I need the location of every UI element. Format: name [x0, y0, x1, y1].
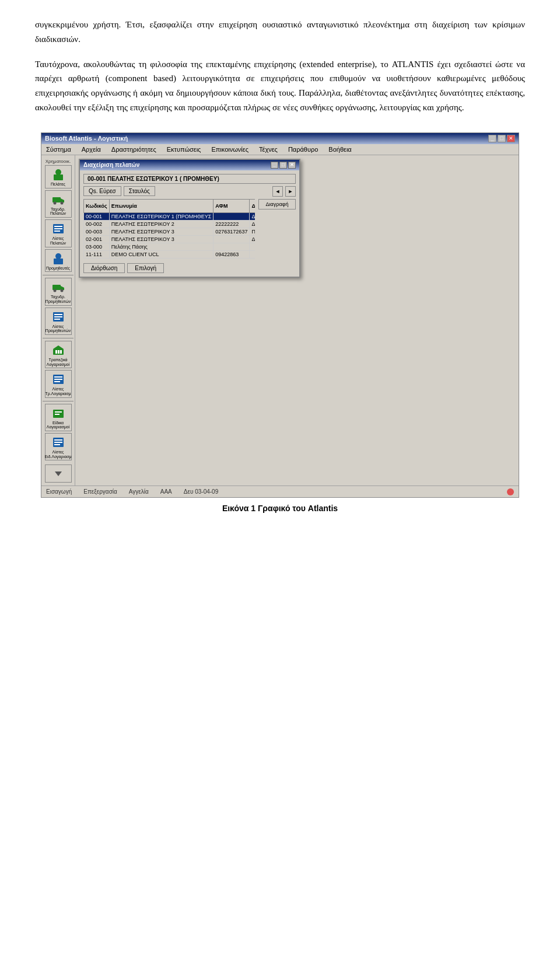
list3-icon [51, 372, 66, 386]
sidebar-item-listes-tr-logariasmon[interactable]: Λίστες Τρ.Λογαριασμ [45, 370, 72, 397]
sidebar-item-trapezika[interactable]: Τραπεζικά Λογαριασμοί [45, 341, 72, 368]
app-statusbar: Εισαγωγή Επεξεργασία Αγγελία ΑΑΑ Δευ 03-… [41, 485, 519, 497]
menu-help[interactable]: Βοήθεια [326, 145, 354, 153]
sidebar-item-promitheftes[interactable]: Προμηθευτές [45, 249, 72, 273]
sidebar-item-pelates[interactable]: Πελάτες [45, 165, 72, 188]
sidebar-item-eidika[interactable]: Είδικα Λογαριασμοί [45, 404, 72, 431]
app-titlebar: Biosoft Atlantis - Λογιστική _ □ ✕ [41, 133, 519, 144]
cell-afm [214, 212, 250, 220]
special-icon [51, 406, 66, 420]
truck2-icon [51, 280, 66, 294]
sidebar-label-listes-pelaton: Λίστες Πελατών [47, 236, 70, 245]
svg-rect-31 [55, 414, 60, 415]
cell-code: 00-002 [84, 220, 110, 228]
svg-point-5 [60, 201, 63, 204]
dialog-content: 00-001 ΠΕΛΑΤΗΣ ΕΣΩΤΕΡΙΚΟΥ 1 ( ΠΡΟΜΗΘΕΥ) … [80, 170, 299, 277]
col-header-address: Διεύθυνση [250, 199, 255, 212]
select-button[interactable]: Επιλογή [127, 263, 164, 273]
svg-point-4 [53, 201, 56, 204]
status-aggelia: Αγγελία [129, 488, 149, 495]
svg-rect-22 [55, 350, 57, 354]
cell-name: ΠΕΛΑΤΗΣ ΕΣΩΤΕΡΙΚΟΥ 1 (ΠΡΟΜΗΘΕΥΣ [109, 212, 214, 220]
menu-techne[interactable]: Τέχνες [257, 145, 280, 153]
stable-button[interactable]: Σταυλός [124, 186, 155, 196]
cell-address: ΔΙΕΥΘΥΝΣΗ 1 [250, 235, 255, 243]
sidebar-item-taxydromika-promithefton[interactable]: Ταχυδρ. Προμηθευτών [45, 278, 72, 305]
menu-communications[interactable]: Επικοινωνίες [209, 145, 251, 153]
list4-icon [51, 435, 66, 449]
menu-window[interactable]: Παράθυρο [286, 145, 320, 153]
sidebar-label-taxydromika-promithefton: Ταχυδρ. Προμηθευτών [46, 295, 71, 303]
sidebar-scroll-down[interactable] [45, 464, 72, 483]
cell-address [250, 250, 255, 258]
status-eisagogi: Εισαγωγή [46, 488, 72, 495]
table-row[interactable]: 11-111 DEMO CLIENT UCL 09422863 [84, 250, 256, 258]
svg-point-1 [55, 169, 61, 175]
status-indicator-dot [507, 488, 514, 495]
cell-afm [214, 235, 250, 243]
clients-table: Κωδικός Επωνυμία ΑΦΜ Διεύθυνση Νέα εγγρα… [83, 199, 255, 259]
table-row[interactable]: 02-001 ΠΕΛΑΤΗΣ ΕΣΩΤΕΡΙΚΟΥ 3 ΔΙΕΥΘΥΝΣΗ 1 [84, 235, 256, 243]
cell-code: 00-003 [84, 228, 110, 235]
group-divider-2 [43, 338, 74, 340]
table-row[interactable]: 00-002 ΠΕΛΑΤΗΣ ΕΣΩΤΕΡΙΚΟΥ 2 22222222 ΔΙΕ… [84, 220, 256, 228]
cell-name: DEMO CLIENT UCL [109, 250, 214, 258]
sidebar-label-listes-tr-logariasmon: Λίστες Τρ.Λογαριασμ [45, 387, 71, 396]
menu-files[interactable]: Αρχεία [79, 145, 103, 153]
close-button[interactable]: ✕ [507, 135, 515, 142]
dialog-maximize-button[interactable]: □ [279, 162, 287, 169]
titlebar-buttons: _ □ ✕ [488, 135, 515, 142]
table-row[interactable]: 03-000 Πελάτης Πάσης [84, 243, 256, 250]
cell-name: ΠΕΛΑΤΗΣ ΕΣΩΤΕΡΙΚΟΥ 2 [109, 220, 214, 228]
clients-table-wrapper: Κωδικός Επωνυμία ΑΦΜ Διεύθυνση Νέα εγγρα… [83, 199, 255, 261]
sidebar-item-listes-pelaton[interactable]: Λίστες Πελατών [45, 219, 72, 247]
bank-icon [51, 343, 66, 357]
dialog-toolbar: Qs. Εύρεσ Σταυλός ◄ ► [83, 186, 296, 197]
cell-address: ΔΙΕΥΘΥΝΣΗ 1 [250, 220, 255, 228]
dialog-titlebar-buttons: _ □ ✕ [271, 162, 296, 169]
figure-caption: Εικόνα 1 Γραφικό του Atlantis [35, 504, 525, 513]
cell-address [250, 243, 255, 250]
status-epexergasia: Επεξεργασία [83, 488, 117, 495]
table-row[interactable]: 00-001 ΠΕΛΑΤΗΣ ΕΣΩΤΕΡΙΚΟΥ 1 (ΠΡΟΜΗΘΕΥΣ Δ… [84, 212, 256, 220]
svg-rect-28 [54, 381, 60, 382]
cell-code: 00-001 [84, 212, 110, 220]
sidebar-item-listes-eid-logariasmon[interactable]: Λίστες Ειδ.Λογαριασμ [45, 433, 72, 460]
sidebar-label-listes-eid-logariasmon: Λίστες Ειδ.Λογαριασμ [44, 450, 71, 459]
maximize-button[interactable]: □ [498, 135, 506, 142]
app-menubar: Σύστημα Αρχεία Δραστηριότητες Εκτυπώσεις… [41, 144, 519, 155]
svg-rect-34 [54, 442, 62, 443]
menu-prints[interactable]: Εκτυπώσεις [164, 145, 204, 153]
sidebar-item-taxydromika-pelaton[interactable]: Ταχυδρ. Πελατών [45, 190, 72, 218]
cell-code: 11-111 [84, 250, 110, 258]
record-info-text: 00-001 ΠΕΛΑΤΗΣ ΕΣΩΤΕΡΙΚΟΥ 1 ( ΠΡΟΜΗΘΕΥ) [88, 176, 292, 182]
menu-system[interactable]: Σύστημα [44, 145, 74, 153]
person-icon [51, 167, 66, 181]
dialog-minimize-button[interactable]: _ [271, 162, 278, 169]
svg-rect-10 [54, 259, 63, 264]
cell-name: Πελάτης Πάσης [109, 243, 214, 250]
svg-rect-24 [60, 350, 62, 354]
sidebar-label-eidika: Είδικα Λογαριασμοί [47, 421, 70, 429]
minimize-button[interactable]: _ [488, 135, 496, 142]
delete-button[interactable]: Διαγραφή [258, 199, 296, 209]
svg-rect-18 [54, 316, 62, 317]
app-screenshot: Biosoft Atlantis - Λογιστική _ □ ✕ Σύστη… [41, 132, 519, 498]
dialog-title: Διαχείριση πελατών [83, 162, 139, 168]
svg-rect-9 [54, 230, 60, 232]
sidebar-item-listes-promithefton[interactable]: Λίστες Προμηθευτών [45, 308, 72, 335]
col-header-name: Επωνυμία [109, 199, 214, 212]
search-button[interactable]: Qs. Εύρεσ [83, 186, 121, 196]
menu-activities[interactable]: Δραστηριότητες [109, 145, 159, 153]
person2-icon [51, 252, 66, 266]
col-header-afm: ΑΦΜ [214, 199, 250, 212]
sidebar-label-pelates: Πελάτες [51, 182, 65, 187]
dialog-bottom-buttons: Διόρθωση Επιλογή [83, 263, 296, 273]
nav-next-button[interactable]: ► [285, 186, 296, 197]
dialog-close-button[interactable]: ✕ [288, 162, 296, 169]
edit-button[interactable]: Διόρθωση [83, 263, 125, 273]
sidebar-label-listes-promithefton: Λίστες Προμηθευτών [46, 324, 71, 333]
cell-afm [214, 243, 250, 250]
nav-prev-button[interactable]: ◄ [272, 186, 283, 197]
table-row[interactable]: 00-003 ΠΕΛΑΤΗΣ ΕΣΩΤΕΡΙΚΟΥ 3 02763172637 … [84, 228, 256, 235]
